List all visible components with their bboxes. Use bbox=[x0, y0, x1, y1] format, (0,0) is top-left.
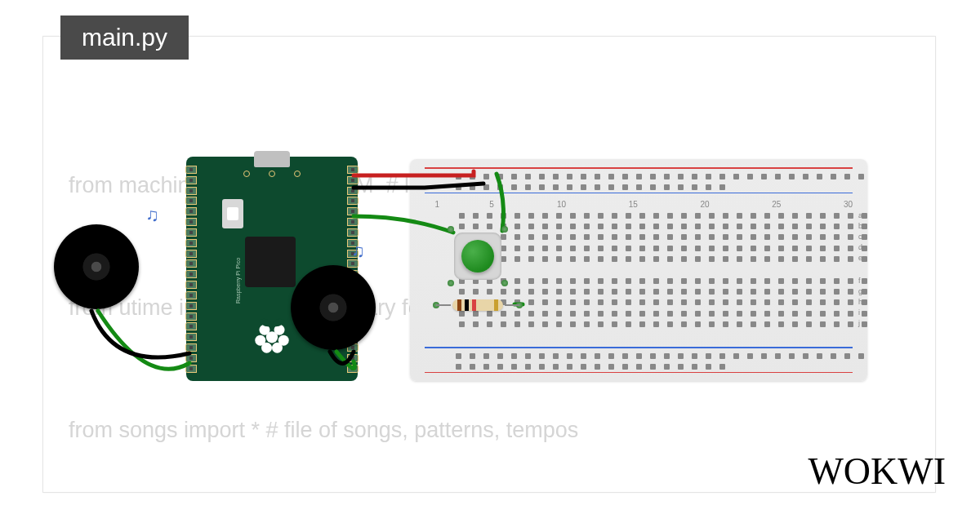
circuit-diagram[interactable]: Raspberry Pi Pico ♫ ♫ 151015202530 abcde… bbox=[49, 143, 915, 396]
code-line: from songs import * # file of songs, pat… bbox=[69, 410, 939, 450]
music-note-icon: ♫ bbox=[145, 205, 159, 226]
resistor-band bbox=[494, 299, 498, 311]
music-note-icon: ♫ bbox=[351, 241, 365, 262]
svg-point-4 bbox=[266, 331, 278, 343]
wire-black-buzzer1 bbox=[91, 311, 189, 357]
rail-dots bbox=[456, 174, 830, 188]
buzzer-bass[interactable] bbox=[54, 224, 139, 309]
resistor[interactable] bbox=[441, 299, 514, 311]
rp2040-chip-icon bbox=[245, 237, 296, 287]
resistor-band bbox=[465, 299, 469, 311]
column-numbers: 151015202530 bbox=[434, 200, 853, 209]
pin-row-left bbox=[189, 166, 204, 372]
power-rail-top bbox=[425, 166, 853, 195]
button-cap-icon bbox=[461, 240, 494, 273]
bootsel-button[interactable] bbox=[222, 199, 243, 228]
row-letters-upper: abcde bbox=[858, 211, 862, 262]
resistor-band bbox=[457, 299, 461, 311]
rail-dots bbox=[456, 353, 830, 368]
buzzer-treble[interactable] bbox=[291, 265, 376, 350]
usb-connector-icon bbox=[254, 151, 290, 167]
board-label: Raspberry Pi Pico bbox=[235, 258, 241, 304]
power-rail-bottom bbox=[425, 345, 853, 374]
push-button[interactable] bbox=[449, 228, 506, 285]
wire-green-buzzer1 bbox=[98, 311, 189, 369]
raspberry-logo-icon bbox=[251, 318, 293, 354]
row-letters-lower: fghij bbox=[858, 277, 862, 327]
file-tab[interactable]: main.py bbox=[60, 16, 189, 60]
resistor-band bbox=[472, 299, 476, 311]
svg-point-5 bbox=[261, 343, 272, 353]
wokwi-logo: WOKWI bbox=[808, 450, 946, 493]
svg-point-6 bbox=[272, 343, 283, 353]
file-tab-label: main.py bbox=[82, 24, 167, 51]
